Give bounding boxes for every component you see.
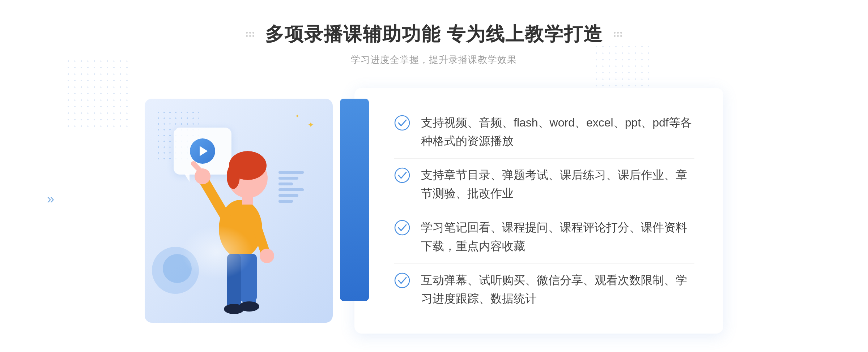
svg-point-8 [260,249,274,263]
svg-line-5 [203,178,226,218]
feature-text-2: 支持章节目录、弹题考试、课后练习、课后作业、章节测验、批改作业 [421,166,694,203]
bg-dots-left [65,58,130,130]
svg-point-13 [239,301,259,312]
main-content: ✦ ✦ [145,88,723,334]
dots-decoration-right [614,32,622,37]
svg-point-15 [395,116,409,130]
page-container: » 多项录播课辅助功能 专为线上教学打造 学习进度全掌握，提升录播课教学效果 [0,0,868,352]
check-circle-icon-2 [394,167,410,183]
feature-text-4: 互动弹幕、试听购买、微信分享、观看次数限制、学习进度跟踪、数据统计 [421,271,694,308]
svg-point-17 [395,220,409,235]
feature-text-3: 学习笔记回看、课程提问、课程评论打分、课件资料下载，重点内容收藏 [421,218,694,255]
title-wrapper: 多项录播课辅助功能 专为线上教学打造 [242,22,626,47]
left-illustration-panel: ✦ ✦ [145,88,354,334]
feature-text-1: 支持视频、音频、flash、word、excel、ppt、pdf等各种格式的资源… [421,113,694,150]
check-circle-icon-3 [394,220,410,236]
page-title: 多项录播课辅助功能 专为线上教学打造 [265,22,603,47]
svg-line-14 [193,164,201,172]
svg-point-16 [395,168,409,183]
svg-point-18 [395,273,409,288]
svg-point-3 [227,164,240,189]
check-circle-icon-1 [394,115,410,131]
feature-item-1: 支持视频、音频、flash、word、excel、ppt、pdf等各种格式的资源… [394,106,694,158]
feature-item-2: 支持章节目录、弹题考试、课后练习、课后作业、章节测验、批改作业 [394,158,694,210]
chevron-left-icon: » [47,192,54,207]
human-figure-illustration [174,113,304,323]
sparkle-icon-1: ✦ [307,120,315,128]
illustration-background: ✦ ✦ [145,99,333,323]
feature-card: 支持视频、音频、flash、word、excel、ppt、pdf等各种格式的资源… [354,88,723,334]
dots-decoration-left [246,32,254,37]
feature-item-4: 互动弹幕、试听购买、微信分享、观看次数限制、学习进度跟踪、数据统计 [394,263,694,315]
header-section: 多项录播课辅助功能 专为线上教学打造 学习进度全掌握，提升录播课教学效果 [242,22,626,66]
check-circle-icon-4 [394,272,410,288]
page-subtitle: 学习进度全掌握，提升录播课教学效果 [242,53,626,66]
svg-rect-4 [242,196,253,205]
feature-item-3: 学习笔记回看、课程提问、课程评论打分、课件资料下载，重点内容收藏 [394,211,694,262]
gradient-side-panel [340,99,369,301]
